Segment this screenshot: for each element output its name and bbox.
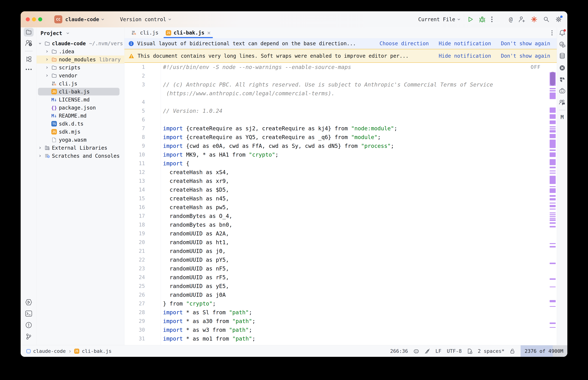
banner-link-choose-direction[interactable]: Choose direction bbox=[380, 40, 429, 47]
problems-tool-button[interactable] bbox=[25, 322, 32, 328]
tree-item-readme-md[interactable]: M↓README.md bbox=[37, 112, 124, 120]
chevron-right-icon[interactable] bbox=[37, 146, 43, 150]
services-tool-button[interactable] bbox=[25, 299, 32, 305]
chevron-down-icon[interactable] bbox=[37, 42, 43, 45]
code-line-text: randomUUID as A2A, bbox=[163, 229, 229, 238]
banner-link-don-t-show-again[interactable]: Don't show again bbox=[501, 53, 550, 59]
change-marker bbox=[550, 134, 556, 138]
banner-link-don-t-show-again[interactable]: Don't show again bbox=[501, 40, 550, 47]
tree-item-vendor[interactable]: vendor bbox=[37, 72, 124, 79]
version-control-menu[interactable]: Version control bbox=[120, 17, 166, 22]
tree-item--idea[interactable]: .idea bbox=[37, 47, 124, 56]
chevron-right-icon[interactable] bbox=[43, 66, 50, 69]
markdown-file-icon: M↓ bbox=[50, 97, 58, 102]
tab-cli-bak-js[interactable]: JS cli-bak.js × bbox=[162, 27, 214, 38]
git-tool-button[interactable] bbox=[26, 333, 32, 340]
add-user-button[interactable] bbox=[518, 16, 525, 23]
tree-item-label: cli.js bbox=[59, 81, 77, 87]
project-panel-header[interactable]: Project bbox=[37, 27, 124, 39]
debug-button[interactable] bbox=[479, 16, 486, 22]
commit-tool-button[interactable]: ? bbox=[25, 39, 33, 47]
tree-item-sdk-d-ts[interactable]: TSsdk.d.ts bbox=[37, 120, 124, 128]
code-line-text: (https://www.anthropic.com/legal/commerc… bbox=[163, 89, 335, 98]
project-panel-title: Project bbox=[41, 30, 62, 36]
project-tool-button[interactable] bbox=[24, 28, 34, 37]
plugin-star-icon[interactable] bbox=[531, 16, 537, 23]
code-line: 7import {createRequire as sj2, createReq… bbox=[124, 124, 557, 133]
code-with-me-icon[interactable] bbox=[559, 99, 566, 106]
project-menu[interactable]: claude-code bbox=[65, 17, 99, 22]
close-tab-icon[interactable]: × bbox=[207, 29, 211, 36]
line-number: 24 bbox=[124, 273, 145, 282]
caret-position[interactable]: 266:36 bbox=[390, 348, 408, 354]
unlocked-icon[interactable] bbox=[510, 348, 515, 354]
tree-item-node-modules[interactable]: node_moduleslibrary bbox=[37, 56, 124, 63]
editor-scrollbar-stripe[interactable] bbox=[550, 63, 556, 345]
x-plugin-icon[interactable] bbox=[559, 65, 566, 71]
ai-chat-icon[interactable] bbox=[559, 41, 566, 48]
tree-item-cli-js[interactable]: 100JScli.js bbox=[37, 79, 124, 88]
more-actions-button[interactable] bbox=[491, 16, 493, 22]
tab-options-icon[interactable] bbox=[551, 30, 553, 36]
change-marker bbox=[550, 152, 556, 157]
tree-item-sdk-mjs[interactable]: JSsdk.mjs bbox=[37, 128, 124, 136]
copilot-status-icon[interactable] bbox=[413, 349, 419, 354]
tree-item-cli-bak-js[interactable]: JScli-bak.js bbox=[37, 88, 124, 96]
change-marker bbox=[550, 263, 556, 264]
code-editor[interactable]: 1#!/usr/bin/env -S node --no-warnings --… bbox=[124, 63, 557, 345]
notifications-bell-icon[interactable] bbox=[559, 30, 566, 36]
breadcrumb-file[interactable]: cli-bak.js bbox=[82, 348, 112, 354]
tree-item-yoga-wasm[interactable]: yoga.wasm bbox=[37, 136, 124, 144]
more-tool-windows-button[interactable] bbox=[25, 68, 32, 71]
tree-item-license-md[interactable]: M↓LICENSE.md bbox=[37, 96, 124, 104]
change-marker bbox=[550, 243, 556, 244]
external-libraries-icon bbox=[43, 146, 51, 150]
line-number: 12 bbox=[124, 168, 145, 177]
change-marker bbox=[550, 327, 556, 328]
code-line: 27} from "crypto"; bbox=[124, 299, 557, 308]
code-line: 31import * as mo1 from "path"; bbox=[124, 334, 557, 343]
structure-tool-button[interactable] bbox=[25, 56, 32, 62]
tree-item-scratches-and-consoles[interactable]: Scratches and Consoles bbox=[37, 152, 124, 160]
encoding-widget[interactable]: UTF-8 bbox=[447, 348, 462, 354]
robot-plugin-icon[interactable] bbox=[559, 88, 566, 94]
change-marker bbox=[550, 195, 556, 197]
project-tree: claude-code~/.nvm/vers.ideanode_modulesl… bbox=[37, 39, 124, 160]
banner-link-hide-notification[interactable]: Hide notification bbox=[439, 40, 491, 47]
memory-indicator[interactable]: 2376 of 4900M bbox=[521, 345, 567, 357]
settings-button[interactable] bbox=[555, 16, 562, 23]
chevron-right-icon[interactable] bbox=[43, 58, 50, 61]
database-icon[interactable] bbox=[559, 53, 566, 59]
letter-m-plugin-icon[interactable]: M bbox=[560, 114, 564, 120]
tree-item-package-json[interactable]: {}package.json bbox=[37, 104, 124, 112]
ai-assistant-icon[interactable]: @ bbox=[509, 17, 512, 22]
tree-item-label: claude-code bbox=[52, 40, 86, 47]
tree-item-claude-code[interactable]: claude-code~/.nvm/vers bbox=[37, 39, 124, 47]
run-configuration-select[interactable]: Current File bbox=[418, 17, 455, 22]
chevron-right-icon[interactable] bbox=[43, 74, 50, 77]
scratches-icon bbox=[43, 153, 51, 158]
change-marker bbox=[550, 93, 556, 99]
chevron-right-icon[interactable] bbox=[43, 50, 50, 53]
scrollbar-thumb[interactable] bbox=[550, 72, 555, 86]
close-window-button[interactable] bbox=[26, 17, 30, 21]
chevron-right-icon[interactable] bbox=[37, 154, 43, 157]
zoom-window-button[interactable] bbox=[38, 17, 42, 21]
run-button[interactable] bbox=[467, 16, 473, 22]
breadcrumb-project[interactable]: claude-code bbox=[33, 348, 66, 354]
code-line: 18 randomBytes as bn0, bbox=[124, 221, 557, 229]
line-separator-widget[interactable]: LF bbox=[435, 348, 442, 354]
banner-link-hide-notification[interactable]: Hide notification bbox=[439, 53, 491, 59]
terminal-tool-button[interactable] bbox=[25, 310, 32, 317]
highlighting-level-icon[interactable] bbox=[425, 348, 430, 354]
dependencies-plugin-icon[interactable] bbox=[559, 76, 566, 83]
code-line-text: randomUUID as ht1, bbox=[163, 238, 229, 247]
tab-cli-js[interactable]: 100JS cli.js bbox=[127, 27, 162, 38]
line-number: 6 bbox=[124, 115, 145, 124]
minimize-window-button[interactable] bbox=[32, 17, 36, 21]
tree-item-scripts[interactable]: scripts bbox=[37, 63, 124, 72]
file-settings-icon[interactable] bbox=[467, 348, 472, 354]
search-everywhere-button[interactable] bbox=[543, 16, 549, 22]
indent-widget[interactable]: 2 spaces* bbox=[478, 348, 505, 354]
tree-item-external-libraries[interactable]: External Libraries bbox=[37, 144, 124, 152]
